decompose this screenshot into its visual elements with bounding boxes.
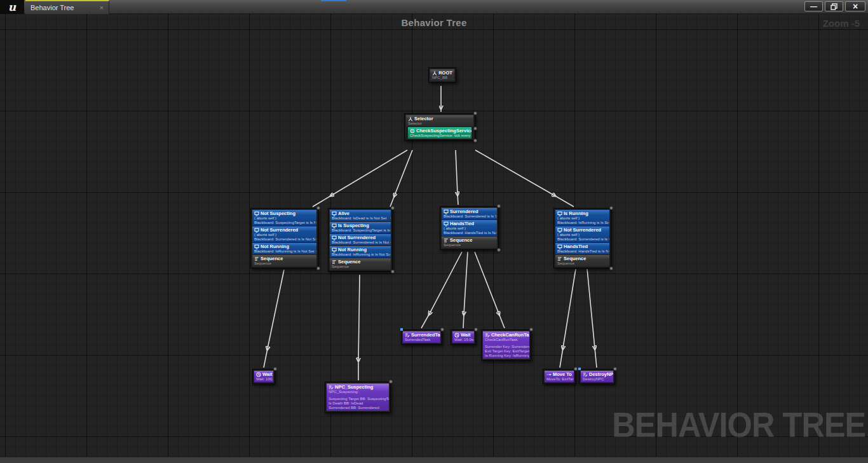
decorator-block[interactable]: Surrendered Blackboard: Surrendered is I… [442,208,497,219]
pin[interactable] [390,228,391,232]
breakpoint-marker[interactable] [578,368,581,370]
pin[interactable] [390,240,391,244]
bt-node-sequence-1[interactable]: Not Suspecting ( aborts self ) Blackboar… [250,208,318,268]
bt-task-move-to[interactable]: Move To MoveTo: ExitTarget [543,369,576,384]
sequence-icon [254,256,259,261]
pin[interactable] [529,328,533,331]
decorator-block[interactable]: Not Running Blackboard: IsRunning is Is … [252,243,316,254]
pin[interactable] [574,367,578,371]
bt-task-surrended[interactable]: SurrendedTask SurrendedTask [401,329,442,345]
pin[interactable] [316,206,320,210]
bt-task-wait-long[interactable]: Wait Wait: 100.0s [252,369,275,384]
bt-node-sequence-2[interactable]: Alive Blackboard: IsDead is Is Not Set I… [328,208,393,272]
decorator-block[interactable]: Not Surrendered ( aborts self ) Blackboa… [555,226,609,242]
decorator-icon [332,211,337,216]
composite-block[interactable]: Sequence Sequence [330,258,391,270]
service-block[interactable]: CheckSuspectingService CheckSuspectingSe… [408,127,471,139]
unreal-logo-icon: u [0,0,24,14]
decorator-condition: Blackboard: SuspectingTarget is Is Not S… [254,221,315,225]
decorator-condition: Blackboard: Surrendered is Is Not Set [332,240,389,245]
pin[interactable] [391,270,395,273]
pin[interactable] [389,380,393,384]
bt-task-destroy-npc[interactable]: DestroyNPC DestroyNPC [579,369,615,384]
task-subtitle: DestroyNPC [583,377,611,382]
tab-behavior-tree[interactable]: Behavior Tree × [25,0,109,14]
decorator-icon [332,235,337,240]
close-button[interactable]: × [845,1,865,11]
pin[interactable] [497,204,501,208]
move-arrow-icon [546,372,552,377]
bt-node-sequence-3[interactable]: Surrendered Blackboard: Surrendered is I… [440,206,499,250]
pin[interactable] [316,266,320,270]
pin[interactable] [496,214,497,218]
decorator-block[interactable]: HandsTied ( aborts self ) Blackboard: Ha… [442,220,497,236]
graph-type-watermark: BEHAVIOR TREE [612,404,865,445]
decorator-title: Not Running [338,247,367,252]
decorator-block[interactable]: Alive Blackboard: IsDead is Is Not Set [330,210,391,221]
decorator-icon [557,228,562,233]
task-title: DestroyNPC [589,371,613,377]
decorator-block[interactable]: Not Running Blackboard: IsRunning is Is … [330,246,391,258]
pin[interactable] [474,328,478,331]
bt-task-npc-suspecting[interactable]: NPC_Suspecting NPC_Suspecting: Suspectin… [325,382,391,413]
composite-block[interactable]: Sequence Sequence [555,255,609,266]
pin[interactable] [473,127,477,130]
pin[interactable] [608,237,609,241]
pin[interactable] [608,249,609,253]
decorator-title: Surrendered [450,209,478,214]
pin[interactable] [390,252,391,256]
bt-node-sequence-4[interactable]: Is Running ( aborts self ) Blackboard: I… [553,208,611,268]
pin[interactable] [273,367,277,371]
clock-icon [256,372,261,377]
blueprint-task-icon [329,385,334,390]
breakpoint-marker[interactable] [400,328,403,331]
task-title: Move To [553,371,572,377]
close-icon: × [853,3,858,10]
decorator-condition: Blackboard: Surrendered is Is Not Set [254,237,315,242]
decorator-condition: Blackboard: HandsTied is Is Not Set [557,249,607,254]
composite-block[interactable]: Sequence Sequence [442,237,497,248]
decorator-block[interactable]: Not Surrendered Blackboard: Surrendered … [330,234,391,245]
decorator-block[interactable]: Not Surrendered ( aborts self ) Blackboa… [252,226,316,242]
pin[interactable] [473,111,477,115]
pin[interactable] [315,221,316,225]
minimize-button[interactable]: — [804,1,823,11]
pin[interactable] [497,248,501,252]
bt-task-wait-short[interactable]: Wait Wait: 15.0s+-5.0s [451,329,476,345]
pin[interactable] [390,216,391,220]
blueprint-task-icon [583,372,588,377]
sequence-icon [444,238,449,243]
pin[interactable] [440,328,444,331]
decorator-block[interactable]: HandsTied Blackboard: HandsTied is Is No… [555,243,609,254]
pin[interactable] [609,266,613,270]
pin[interactable] [473,139,477,142]
pin[interactable] [609,206,613,210]
pin[interactable] [608,221,609,225]
composite-block[interactable]: Sequence Sequence [252,255,316,266]
decorator-block[interactable]: Not Suspecting ( aborts self ) Blackboar… [252,210,316,226]
decorator-title: Alive [338,211,349,216]
task-detail: Is Running Key: IsRunning [485,354,527,358]
root-icon [432,71,437,76]
task-title: CheckCanRunTask [491,332,529,338]
task-title: SurrendedTask [411,332,440,338]
decorator-condition: Blackboard: IsDead is Is Not Set [332,216,389,221]
pin[interactable] [391,206,395,210]
decorator-title: Is Running [564,211,588,216]
node-subtitle: Selector [408,121,471,126]
bt-task-check-can-run[interactable]: CheckCanRunTask CheckCanRunTask: Surrend… [481,329,531,361]
pin[interactable] [315,249,316,253]
tab-close-icon[interactable]: × [100,4,104,11]
service-icon [410,128,415,134]
pin[interactable] [315,237,316,241]
decorator-aborts: ( aborts self ) [254,233,315,237]
decorator-title: HandsTied [564,244,588,249]
restore-button[interactable] [825,1,843,11]
bt-node-selector[interactable]: Selector Selector CheckSuspectingService… [404,113,475,141]
bt-node-root[interactable]: ROOT NPC_BB [428,67,456,83]
decorator-icon [444,221,449,226]
decorator-block[interactable]: Is Running ( aborts self ) Blackboard: I… [555,210,609,226]
pin[interactable] [496,231,497,235]
pin[interactable] [613,367,617,371]
decorator-block[interactable]: Is Suspecting Blackboard: SuspectingTarg… [330,222,391,233]
